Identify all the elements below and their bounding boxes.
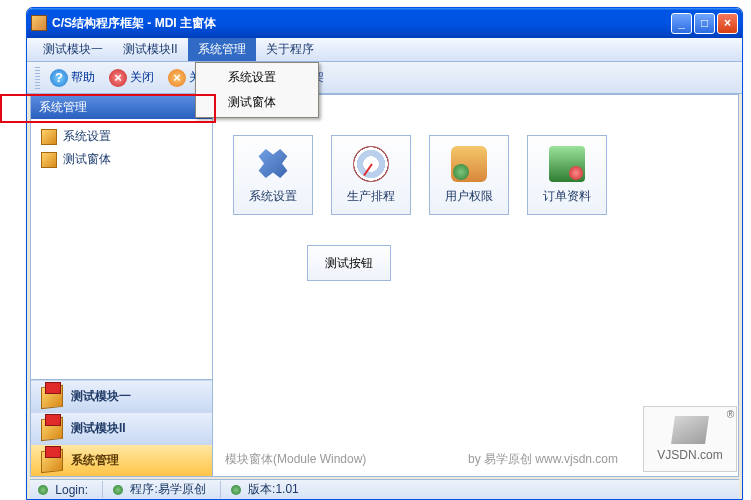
orders-icon [549,146,585,182]
menu-system[interactable]: 系统管理 [188,38,256,61]
sidebar-list: 系统设置 测试窗体 [31,119,212,379]
tile-label: 系统设置 [249,188,297,205]
registered-mark: ® [727,409,734,420]
logo-text: VJSDN.com [657,448,722,462]
statusbar: Login: 程序:易学原创 版本:1.01 [30,479,739,499]
logo-cube-icon [671,416,709,444]
tile-label: 订单资料 [543,188,591,205]
status-dot-icon [231,485,241,495]
status-version: 版本:1.01 [220,481,299,498]
sidebar-item-label: 测试窗体 [63,151,111,168]
cube-icon [41,129,57,145]
close-icon: × [109,69,127,87]
minimize-button[interactable]: _ [671,13,692,34]
close-window-button[interactable]: × [717,13,738,34]
module-icon [41,386,63,408]
titlebar[interactable]: C/S结构程序框架 - MDI 主窗体 _ □ × [27,8,742,38]
sidebar: 系统管理 ✲ 系统设置 测试窗体 测试模块一 [30,94,213,477]
menu-about[interactable]: 关于程序 [256,38,324,61]
nav-module1[interactable]: 测试模块一 [31,380,212,412]
toolbar-close-label: 关闭 [130,69,154,86]
dropdown-system-settings[interactable]: 系统设置 [198,65,316,90]
settings-icon [255,146,291,182]
sidebar-item-label: 系统设置 [63,128,111,145]
tile-orders[interactable]: 订单资料 [527,135,607,215]
tile-label: 生产排程 [347,188,395,205]
toolbar-grip[interactable] [35,67,40,89]
tile-settings[interactable]: 系统设置 [233,135,313,215]
menu-module2[interactable]: 测试模块II [113,38,188,61]
maximize-button[interactable]: □ [694,13,715,34]
status-program-label: 程序:易学原创 [130,482,205,496]
tile-row: 系统设置 生产排程 用户权限 订单资料 [233,135,718,215]
toolbar-help[interactable]: ? 帮助 [46,67,99,89]
help-icon: ? [50,69,68,87]
app-icon [31,15,47,31]
users-icon [451,146,487,182]
status-dot-icon [113,485,123,495]
tile-schedule[interactable]: 生产排程 [331,135,411,215]
status-program: 程序:易学原创 [102,481,206,498]
module-icon [41,450,63,472]
toolbar: ? 帮助 × 关闭 × 关 oolbar | 参考MDI框架 [27,62,742,94]
test-button-label: 测试按钮 [325,255,373,272]
status-login-label: Login: [55,483,88,497]
close2-icon: × [168,69,186,87]
tile-users[interactable]: 用户权限 [429,135,509,215]
nav-label: 测试模块一 [71,388,131,405]
status-login: Login: [38,483,88,497]
brand-logo: ® VJSDN.com [643,406,737,472]
test-button[interactable]: 测试按钮 [307,245,391,281]
sidebar-header-label: 系统管理 [39,99,87,116]
main-window: C/S结构程序框架 - MDI 主窗体 _ □ × 测试模块一 测试模块II 系… [26,7,743,500]
sidebar-header: 系统管理 ✲ [31,95,212,119]
module-icon [41,418,63,440]
sidebar-item-testform[interactable]: 测试窗体 [39,148,204,171]
tile-label: 用户权限 [445,188,493,205]
menu-module1[interactable]: 测试模块一 [33,38,113,61]
content-footer-credit: by 易学原创 www.vjsdn.com [468,451,618,468]
nav-label: 测试模块II [71,420,126,437]
sidebar-item-settings[interactable]: 系统设置 [39,125,204,148]
toolbar-close[interactable]: × 关闭 [105,67,158,89]
window-title: C/S结构程序框架 - MDI 主窗体 [52,15,216,32]
nav-module2[interactable]: 测试模块II [31,412,212,444]
schedule-icon [353,146,389,182]
status-dot-icon [38,485,48,495]
toolbar-help-label: 帮助 [71,69,95,86]
nav-label: 系统管理 [71,452,119,469]
menubar: 测试模块一 测试模块II 系统管理 关于程序 系统设置 测试窗体 [27,38,742,62]
sidebar-nav: 测试模块一 测试模块II 系统管理 [31,379,212,476]
menu-system-dropdown: 系统设置 测试窗体 [195,62,319,118]
cube-icon [41,152,57,168]
status-version-label: 版本:1.01 [248,482,299,496]
dropdown-test-form[interactable]: 测试窗体 [198,90,316,115]
nav-system[interactable]: 系统管理 [31,444,212,476]
content-footer-label: 模块窗体(Module Window) [225,451,366,468]
